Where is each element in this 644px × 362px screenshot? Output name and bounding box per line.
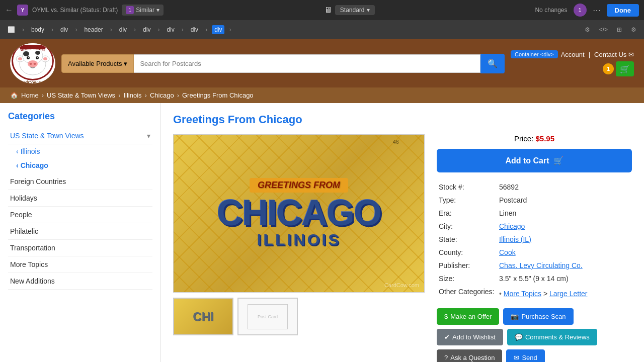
svg-point-12: [28, 60, 38, 67]
site-logo[interactable]: Vintage Postcards CardCow.com: [10, 43, 55, 83]
size-label: Size:: [437, 272, 497, 285]
sidebar-item-people[interactable]: People: [8, 207, 152, 223]
back-button[interactable]: ←: [5, 6, 13, 15]
svg-point-7: [35, 51, 40, 55]
monitor-icon: 🖥: [324, 6, 332, 15]
standard-button[interactable]: Standard ▾: [335, 5, 375, 15]
svg-point-10: [28, 57, 29, 58]
search-input[interactable]: [134, 54, 480, 73]
bc-div-active[interactable]: div: [212, 25, 224, 34]
add-wishlist-button[interactable]: ✔ Add to Wishlist: [437, 329, 503, 345]
more-options-button[interactable]: ⋯: [593, 6, 601, 15]
sidebar-item-philatelic[interactable]: Philatelic: [8, 223, 152, 240]
thumbnail-back[interactable]: Post Card: [237, 298, 298, 335]
notification-button[interactable]: 1: [574, 4, 587, 17]
add-wishlist-label: Add to Wishlist: [452, 333, 496, 341]
breadcrumb-city[interactable]: Chicago: [150, 92, 174, 99]
detail-row-era: Era: Linen: [437, 207, 632, 220]
sidebar-item-chicago[interactable]: ‹ Chicago: [8, 158, 152, 172]
settings-icon[interactable]: ⚙: [582, 25, 593, 34]
bc-div2[interactable]: div: [117, 25, 129, 34]
standard-label: Standard: [340, 7, 365, 14]
breadcrumb-sep1: ›: [42, 92, 44, 99]
bc-div1[interactable]: div: [58, 25, 70, 34]
bc-div4[interactable]: div: [164, 25, 177, 34]
site-header: Vintage Postcards CardCow.com Available …: [0, 39, 644, 87]
bc-body[interactable]: body: [29, 25, 47, 34]
illinois-label: Illinois: [21, 147, 40, 155]
breadcrumb-category[interactable]: US State & Town Views: [47, 92, 115, 99]
checkmark-icon: ✔: [444, 333, 450, 341]
breadcrumb-state[interactable]: Illinois: [123, 92, 141, 99]
more-topics-label: More Topics: [10, 260, 48, 268]
comment-icon: 💬: [515, 333, 523, 341]
make-offer-button[interactable]: $ Make an Offer: [437, 308, 499, 325]
sidebar-item-new-additions[interactable]: New Additions: [8, 273, 152, 290]
purchase-scan-button[interactable]: 📷 Purchase Scan: [503, 308, 573, 325]
dollar-icon: $: [444, 313, 448, 320]
bc-header[interactable]: header: [82, 25, 105, 34]
cart-icon: 🛒: [620, 64, 630, 74]
sidebar-item-holidays[interactable]: Holidays: [8, 190, 152, 207]
detail-row-type: Type: Postcard: [437, 194, 632, 207]
search-button[interactable]: 🔍: [480, 54, 505, 73]
code-icon[interactable]: </>: [597, 25, 610, 34]
bc-div5[interactable]: div: [188, 25, 201, 34]
layout-icon[interactable]: ⊞: [614, 25, 624, 34]
publisher-label: Publisher:: [437, 259, 497, 272]
similar-label: Similar: [136, 7, 154, 14]
ask-question-label: Ask a Question: [450, 354, 495, 361]
similar-button[interactable]: 1 Similar ▾: [122, 5, 164, 16]
cart-button[interactable]: 🛒: [616, 61, 634, 76]
gear-icon[interactable]: ⚙: [628, 25, 639, 34]
sidebar-item-illinois[interactable]: ‹ Illinois: [8, 144, 152, 158]
contact-link[interactable]: Contact Us ✉: [594, 51, 634, 58]
state-link[interactable]: Illinois (IL): [499, 235, 531, 243]
product-main: GREETINGS FROM CHICAGO ILLINOIS CardCow.…: [173, 134, 632, 362]
chevron-down-icon: ▾: [367, 7, 370, 14]
purchase-scan-label: Purchase Scan: [521, 313, 566, 320]
similar-badge: 1: [126, 6, 134, 14]
breadcrumb-current: Greetings From Chicago: [182, 92, 254, 99]
chevron-left-icon: ‹: [16, 147, 19, 155]
detail-row-other-cats: Other Categories: • More Topics > Large …: [437, 285, 632, 300]
other-cats-value: • More Topics > Large Letter: [497, 285, 632, 300]
comments-reviews-button[interactable]: 💬 Comments & Reviews: [507, 329, 597, 345]
bc-div3[interactable]: div: [140, 25, 153, 34]
breadcrumb-home[interactable]: Home: [21, 92, 39, 99]
available-products-button[interactable]: Available Products ▾: [61, 54, 134, 73]
sidebar-item-us-state-views[interactable]: US State & Town Views ▾: [8, 128, 152, 144]
county-link[interactable]: Cook: [499, 248, 516, 256]
toolbar-right-icons: ⚙ </> ⊞ ⚙: [582, 25, 639, 34]
bc-sep4: ›: [131, 25, 138, 34]
site-breadcrumb: 🏠 Home › US State & Town Views › Illinoi…: [0, 87, 644, 103]
more-topics-link[interactable]: More Topics: [504, 290, 541, 298]
send-button[interactable]: ✉ Send: [506, 349, 544, 362]
thumbnail-front[interactable]: CHI: [173, 298, 233, 335]
city-link[interactable]: Chicago: [499, 222, 525, 230]
svg-point-6: [23, 51, 29, 56]
account-link[interactable]: Account: [561, 51, 585, 58]
bc-square-icon: ⬜: [5, 25, 18, 34]
container-label: Container <div>: [511, 50, 558, 58]
sidebar-item-more-topics[interactable]: More Topics: [8, 256, 152, 273]
done-button[interactable]: Done: [607, 4, 639, 17]
city-large-text: CHICAGO: [217, 195, 381, 231]
cart-section: 1 🛒: [603, 61, 634, 76]
dev-toolbar: ← Y OYML vs. Similar (Status: Draft) 1 S…: [0, 0, 644, 20]
add-to-cart-button[interactable]: Add to Cart 🛒: [437, 149, 632, 172]
large-letter-link[interactable]: Large Letter: [549, 290, 588, 298]
product-image[interactable]: GREETINGS FROM CHICAGO ILLINOIS CardCow.…: [173, 134, 425, 293]
city-label: City:: [437, 220, 497, 233]
ask-question-button[interactable]: ? Ask a Question: [437, 349, 502, 362]
bc-sep2: ›: [72, 25, 79, 34]
type-label: Type:: [437, 194, 497, 207]
product-info: Price: $5.95 Add to Cart 🛒 Stock #: 5689…: [437, 134, 632, 362]
sidebar-item-foreign-countries[interactable]: Foreign Countries: [8, 173, 152, 190]
search-icon: 🔍: [488, 59, 498, 68]
draft-title: OYML vs. Similar (Status: Draft): [32, 7, 118, 14]
sidebar-item-transportation[interactable]: Transportation: [8, 240, 152, 256]
chevron-left-icon2: ‹: [16, 161, 19, 169]
type-value: Postcard: [497, 194, 632, 207]
publisher-link[interactable]: Chas. Levy Circulating Co.: [499, 261, 583, 269]
